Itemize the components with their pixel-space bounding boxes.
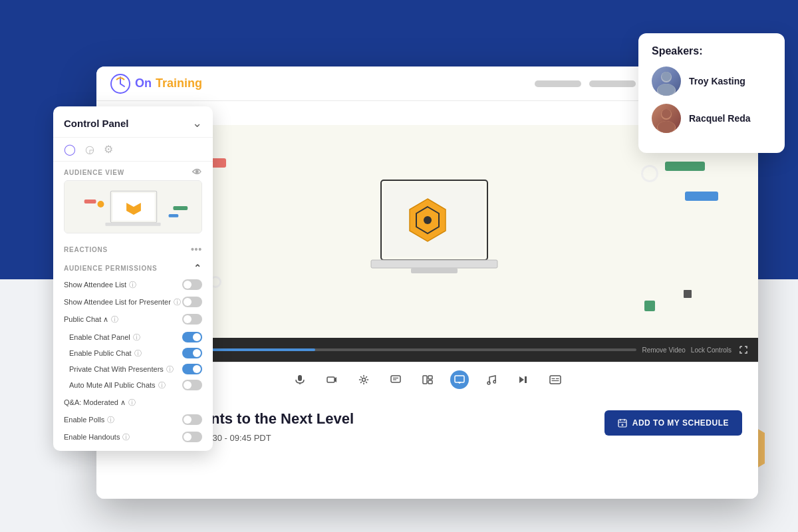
enable-chat-panel-label: Enable Chat Panel: [69, 333, 130, 341]
svg-rect-15: [411, 268, 458, 273]
private-chat-info: ⓘ: [166, 364, 174, 374]
enable-chat-panel-info: ⓘ: [133, 332, 140, 342]
svg-point-23: [362, 378, 365, 382]
remove-video-btn[interactable]: Remove Video: [642, 346, 685, 354]
svg-point-6: [662, 109, 671, 118]
screen-share-icon-btn[interactable]: [450, 370, 469, 389]
svg-rect-14: [371, 260, 497, 268]
audience-view-eye[interactable]: 👁: [192, 167, 202, 178]
show-attendee-toggle[interactable]: [182, 279, 202, 290]
mic-icon-btn[interactable]: [291, 370, 309, 389]
qa-row: Q&A: Moderated ∧ ⓘ: [53, 394, 213, 411]
speaker-avatar-racquel: [652, 104, 681, 133]
svg-point-57: [98, 201, 104, 207]
control-panel: Control Panel ⌄ ◯ ◶ ⚙ AUDIENCE VIEW 👁 R: [53, 106, 213, 451]
shape-blue-bar: [685, 192, 718, 201]
svg-rect-59: [173, 206, 188, 210]
public-chat-info: ⓘ: [111, 315, 118, 325]
svg-rect-36: [525, 376, 527, 383]
svg-rect-28: [428, 376, 432, 379]
nav-pill-2: [589, 80, 636, 87]
public-chat-subitems: Enable Chat Panel ⓘ Enable Public Chat ⓘ…: [53, 328, 213, 394]
private-chat-label: Private Chat With Presenters: [69, 365, 164, 373]
layout-icon-btn[interactable]: [418, 370, 437, 389]
enable-public-chat-row: Enable Public Chat ⓘ: [53, 345, 213, 361]
svg-point-33: [487, 382, 490, 384]
show-attendee-presenter-toggle[interactable]: [182, 297, 202, 307]
show-attendee-presenter-info: ⓘ: [174, 297, 181, 307]
settings-icon-btn[interactable]: [354, 370, 373, 389]
music-icon-btn[interactable]: [482, 370, 501, 389]
speaker-item-1: Troy Kasting: [652, 66, 771, 96]
svg-rect-27: [423, 376, 427, 384]
logo-area: OnTraining: [110, 73, 202, 94]
logo-training: Training: [156, 76, 202, 90]
cp-tab-gear[interactable]: ⚙: [104, 143, 113, 156]
cp-tab-person[interactable]: ◯: [64, 143, 76, 156]
reactions-more[interactable]: •••: [191, 244, 202, 255]
captions-icon-btn[interactable]: [546, 370, 565, 389]
chat-icon-btn[interactable]: [386, 370, 405, 389]
fullscreen-btn[interactable]: [737, 343, 750, 356]
cp-header: Control Panel ⌄: [53, 106, 213, 138]
shape-green-bar: [665, 162, 705, 171]
svg-rect-21: [327, 377, 334, 382]
nav-pill-1: [535, 80, 581, 87]
audience-view-thumb: [64, 180, 202, 233]
enable-polls-toggle[interactable]: [182, 414, 202, 425]
speaker-name-racquel: Racquel Reda: [689, 113, 751, 124]
private-chat-toggle[interactable]: [182, 364, 202, 374]
progress-bar[interactable]: [142, 348, 636, 351]
svg-marker-35: [519, 376, 524, 383]
cp-tabs: ◯ ◶ ⚙: [53, 138, 213, 162]
svg-point-2: [662, 72, 671, 81]
enable-handouts-info: ⓘ: [122, 432, 130, 442]
public-chat-label: Public Chat ∧: [64, 315, 108, 324]
auto-mute-row: Auto Mute All Public Chats ⓘ: [53, 377, 213, 393]
audience-preview-svg: [65, 181, 201, 233]
svg-rect-29: [428, 380, 432, 384]
enable-polls-info: ⓘ: [107, 415, 114, 425]
cp-collapse-btn[interactable]: ⌄: [192, 116, 202, 130]
show-attendee-presenter-label: Show Attendee List for Presenter: [64, 298, 171, 306]
svg-rect-54: [112, 193, 154, 221]
add-schedule-button[interactable]: ADD TO MY SCHEDULE: [604, 410, 742, 436]
auto-mute-toggle[interactable]: [182, 380, 202, 390]
permissions-label: AUDIENCE PERMISSIONS ⌃: [53, 257, 213, 276]
audience-view-label: AUDIENCE VIEW 👁: [53, 162, 213, 180]
private-chat-row: Private Chat With Presenters ⓘ: [53, 361, 213, 377]
svg-point-3: [658, 84, 675, 96]
enable-chat-panel-row: Enable Chat Panel ⓘ: [53, 329, 213, 345]
shape-green-sq: [644, 301, 655, 311]
enable-public-chat-info: ⓘ: [134, 348, 142, 358]
lock-controls-btn[interactable]: Lock Controls: [691, 346, 732, 354]
public-chat-toggle[interactable]: [182, 314, 202, 325]
enable-public-chat-toggle[interactable]: [182, 348, 202, 358]
public-chat-row: Public Chat ∧ ⓘ: [53, 311, 213, 328]
enable-public-chat-label: Enable Public Chat: [69, 349, 132, 357]
cp-title: Control Panel: [64, 118, 129, 129]
add-schedule-label: ADD TO MY SCHEDULE: [632, 418, 729, 428]
cp-tab-clock[interactable]: ◶: [85, 143, 94, 156]
svg-point-13: [424, 216, 432, 224]
show-attendee-info: ⓘ: [129, 280, 136, 290]
enable-polls-label: Enable Polls: [64, 416, 104, 424]
auto-mute-label: Auto Mute All Public Chats: [69, 381, 156, 389]
svg-point-34: [493, 380, 496, 383]
svg-rect-19: [298, 375, 302, 381]
speaker-name-troy: Troy Kasting: [689, 76, 745, 86]
qa-info: ⓘ: [128, 398, 136, 408]
svg-rect-24: [391, 376, 400, 382]
reactions-label: REACTIONS •••: [53, 239, 213, 257]
speaker-item-2: Racquel Reda: [652, 104, 771, 133]
shape-dark-sq: [684, 290, 692, 298]
enable-handouts-toggle[interactable]: [182, 432, 202, 442]
enable-chat-panel-toggle[interactable]: [182, 332, 202, 342]
skip-icon-btn[interactable]: [514, 370, 533, 389]
show-attendee-label: Show Attendee List: [64, 281, 126, 289]
permissions-collapse[interactable]: ⌃: [194, 263, 202, 273]
camera-icon-btn[interactable]: [323, 370, 341, 389]
qa-label: Q&A: Moderated ∧: [64, 398, 126, 407]
speakers-card: Speakers: Troy Kasting Racquel Reda: [638, 33, 785, 153]
svg-rect-58: [84, 200, 96, 203]
